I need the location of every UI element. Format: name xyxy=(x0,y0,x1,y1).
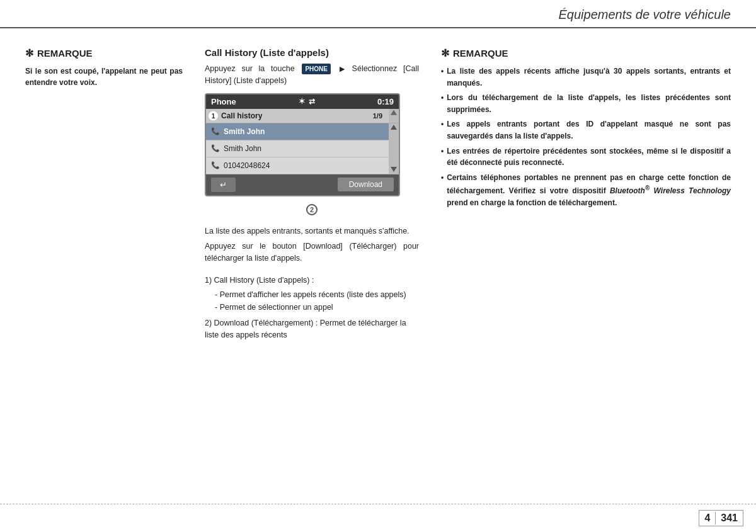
page-indicator: 1/9 xyxy=(373,112,382,120)
call-history-label: Call history xyxy=(221,111,262,120)
phone-ui: Phone ✶ ⇄ 0:19 1 Call history 1/9 xyxy=(205,93,400,196)
phone-button-inline: PHONE xyxy=(302,64,331,74)
phone-ui-body: 1 Call history 1/9 📞 Smith John xyxy=(206,109,399,195)
middle-column: Call History (Liste d'appels) Appuyez su… xyxy=(195,47,428,469)
left-remarque-label: REMARQUE xyxy=(37,48,93,59)
right-remarque-label: REMARQUE xyxy=(453,48,508,59)
call-history-row: 1 Call history 1/9 xyxy=(206,109,399,123)
right-remarque-body: • La liste des appels récents affiche ju… xyxy=(441,65,731,209)
item-2-label: 2) Download (Téléchargement) : Permet de… xyxy=(205,317,419,341)
bullet-text-0: La liste des appels récents affiche jusq… xyxy=(447,65,731,89)
call-name-2: 01042048624 xyxy=(224,161,270,170)
page-footer: 4 341 xyxy=(0,504,756,532)
call-icon-2: 📞 xyxy=(211,161,220,169)
footer-divider xyxy=(715,512,716,524)
remarque-star-right: ✻ xyxy=(441,47,449,59)
call-icon-0: 📞 xyxy=(211,127,220,135)
bluetooth-icon: ✶ xyxy=(299,97,305,106)
bullet-dot-4: • xyxy=(441,172,444,184)
bluetooth-text: Bluetooth xyxy=(610,186,645,195)
section-intro: Appuyez sur la touche PHONE ▶ Sélectionn… xyxy=(205,63,419,87)
scroll-bar-right[interactable] xyxy=(389,123,399,174)
scroll-bar[interactable] xyxy=(389,109,399,123)
bullet-text-4: Certains téléphones portables ne prennen… xyxy=(447,172,731,209)
item-1-sub-1: - Permet d'afficher les appels récents (… xyxy=(205,289,419,301)
item-1-label: 1) Call History (Liste d'appels) : xyxy=(205,274,419,286)
header-title: Équipements de votre véhicule xyxy=(559,8,731,22)
call-icon-1: 📞 xyxy=(211,144,220,152)
call-name-1: Smith John xyxy=(224,144,261,153)
phone-ui-wrap: Phone ✶ ⇄ 0:19 1 Call history 1/9 xyxy=(205,93,419,215)
right-remarque-header: ✻ REMARQUE xyxy=(441,47,731,59)
circle-2: 2 xyxy=(306,204,318,215)
arrow-right-icon: ▶ xyxy=(340,64,345,74)
bullet-text-3: Les entrées de répertoire précédentes so… xyxy=(447,145,731,169)
scroll-down-btn[interactable] xyxy=(391,167,397,172)
download-button[interactable]: Download xyxy=(338,178,394,191)
bullet-dot-3: • xyxy=(441,145,444,157)
bullet-4: • Certains téléphones portables ne prenn… xyxy=(441,172,731,209)
main-content: ✻ REMARQUE Si le son est coupé, l'appela… xyxy=(0,28,756,482)
section-para-1: La liste des appels entrants, sortants e… xyxy=(205,225,419,237)
arrows-icon: ⇄ xyxy=(309,97,315,106)
scroll-up-arrow[interactable] xyxy=(391,110,397,115)
phone-ui-header: Phone ✶ ⇄ 0:19 xyxy=(206,94,399,109)
back-button[interactable]: ↵ xyxy=(211,178,236,192)
bullet-3: • Les entrées de répertoire précédentes … xyxy=(441,145,731,169)
footer-page: 341 xyxy=(721,512,738,524)
wireless-text: Wireless Technology xyxy=(654,186,731,195)
scroll-up-btn[interactable] xyxy=(391,125,397,130)
left-remarque-body: Si le son est coupé, l'appelant ne peut … xyxy=(25,65,183,88)
call-entry-0[interactable]: 📞 Smith John xyxy=(206,123,399,140)
right-column: ✻ REMARQUE • La liste des appels récents… xyxy=(428,47,731,469)
bullet-text-2: Les appels entrants portant des ID d'app… xyxy=(447,118,731,142)
remarque-star-left: ✻ xyxy=(25,47,33,59)
phone-ui-footer: ↵ Download xyxy=(206,174,399,195)
bullet-0: • La liste des appels récents affiche ju… xyxy=(441,65,731,89)
item-1-sub-2: - Permet de sélectionner un appel xyxy=(205,302,419,314)
phone-ui-title: Phone xyxy=(211,97,236,106)
bullet-dot-0: • xyxy=(441,65,444,77)
bullet-1: • Lors du téléchargement de la liste d'a… xyxy=(441,92,731,115)
items-list: 1) Call History (Liste d'appels) : - Per… xyxy=(205,274,419,341)
bullet-2: • Les appels entrants portant des ID d'a… xyxy=(441,118,731,142)
left-column: ✻ REMARQUE Si le son est coupé, l'appela… xyxy=(25,47,195,469)
phone-ui-time: 0:19 xyxy=(377,97,394,106)
bullet-dot-2: • xyxy=(441,118,444,130)
call-name-0: Smith John xyxy=(224,127,265,136)
intro-line1: Appuyez sur la touche xyxy=(205,64,295,73)
bullet-dot-1: • xyxy=(441,92,444,104)
left-remarque-header: ✻ REMARQUE xyxy=(25,47,183,59)
circle-1: 1 xyxy=(209,111,218,120)
phone-ui-icons: ✶ ⇄ xyxy=(299,97,315,106)
bullet-text-1: Lors du téléchargement de la liste d'app… xyxy=(447,92,731,115)
page-header: Équipements de votre véhicule xyxy=(0,0,756,28)
footer-chapter: 4 xyxy=(704,512,710,524)
section-title: Call History (Liste d'appels) xyxy=(205,47,419,58)
call-entry-2[interactable]: 📞 01042048624 xyxy=(206,157,399,174)
call-entry-1[interactable]: 📞 Smith John xyxy=(206,140,399,157)
section-para-2: Appuyez sur le bouton [Download] (Téléch… xyxy=(205,241,419,264)
footer-page-number: 4 341 xyxy=(699,510,743,526)
